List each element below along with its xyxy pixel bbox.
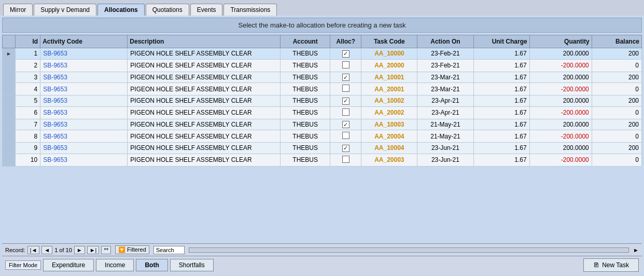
table-row[interactable]: 8 SB-9653 PIGEON HOLE SHELF ASSEMBLY CLE… xyxy=(3,130,642,143)
row-activity[interactable]: SB-9653 xyxy=(40,119,128,130)
row-alloc[interactable] xyxy=(330,130,361,143)
nav-new-button[interactable]: ** xyxy=(101,246,111,254)
both-button[interactable]: Both xyxy=(136,259,167,271)
table-row[interactable]: 9 SB-9653 PIGEON HOLE SHELF ASSEMBLY CLE… xyxy=(3,143,642,154)
row-description: PIGEON HOLE SHELF ASSEMBLY CLEAR xyxy=(128,95,281,107)
income-button[interactable]: Income xyxy=(96,259,134,271)
row-activity[interactable]: SB-9653 xyxy=(40,143,128,154)
row-alloc[interactable] xyxy=(330,143,361,154)
row-quantity: -200.0000 xyxy=(529,83,592,95)
activity-link[interactable]: SB-9653 xyxy=(43,144,67,151)
row-alloc[interactable] xyxy=(330,72,361,83)
tab-supply-v-demand[interactable]: Supply v Demand xyxy=(34,4,96,16)
alloc-checkbox[interactable] xyxy=(342,121,349,128)
row-taskcode[interactable]: AA_20003 xyxy=(361,154,417,166)
taskcode-value: AA_20001 xyxy=(374,86,404,93)
tab-quotations[interactable]: Quotations xyxy=(146,4,189,16)
alloc-checkbox[interactable] xyxy=(342,85,349,92)
row-unitcharge: 1.67 xyxy=(473,59,529,72)
table-row[interactable]: 2 SB-9653 PIGEON HOLE SHELF ASSEMBLY CLE… xyxy=(3,59,642,72)
table-row[interactable]: 6 SB-9653 PIGEON HOLE SHELF ASSEMBLY CLE… xyxy=(3,106,642,119)
row-balance: 200 xyxy=(592,119,641,130)
table-row[interactable]: 10 SB-9653 PIGEON HOLE SHELF ASSEMBLY CL… xyxy=(3,154,642,166)
row-alloc[interactable] xyxy=(330,119,361,130)
activity-link[interactable]: SB-9653 xyxy=(43,156,67,163)
row-taskcode[interactable]: AA_10004 xyxy=(361,143,417,154)
row-account: THEBUS xyxy=(281,106,330,119)
row-description: PIGEON HOLE SHELF ASSEMBLY CLEAR xyxy=(128,83,281,95)
col-header-id: Id xyxy=(16,35,40,48)
table-row[interactable]: 3 SB-9653 PIGEON HOLE SHELF ASSEMBLY CLE… xyxy=(3,72,642,83)
alloc-checkbox[interactable] xyxy=(342,108,349,116)
row-taskcode[interactable]: AA_10003 xyxy=(361,119,417,130)
row-activity[interactable]: SB-9653 xyxy=(40,72,128,83)
activity-link[interactable]: SB-9653 xyxy=(43,133,67,140)
shortfalls-button[interactable]: Shortfalls xyxy=(170,259,214,271)
row-activity[interactable]: SB-9653 xyxy=(40,130,128,143)
taskcode-value: AA_20000 xyxy=(374,62,404,69)
row-alloc[interactable] xyxy=(330,154,361,166)
status-bar: Record: |◄ ◄ 1 of 10 ► ►| ** 🔽 Filtered … xyxy=(2,243,642,256)
row-taskcode[interactable]: AA_10001 xyxy=(361,72,417,83)
expenditure-button[interactable]: Expenditure xyxy=(43,259,94,271)
row-taskcode[interactable]: AA_20001 xyxy=(361,83,417,95)
alloc-checkbox[interactable] xyxy=(342,74,349,81)
tabs-bar: Mirror Supply v Demand Allocations Quota… xyxy=(0,0,644,16)
nav-next-button[interactable]: ► xyxy=(74,246,85,254)
new-task-button[interactable]: 🖹 New Task xyxy=(583,258,639,272)
tab-transmissions[interactable]: Transmissions xyxy=(223,4,277,16)
row-selector xyxy=(3,72,16,83)
horizontal-scrollbar[interactable] xyxy=(189,247,629,253)
tab-mirror[interactable]: Mirror xyxy=(3,4,33,16)
taskcode-value: AA_10004 xyxy=(374,144,404,151)
activity-link[interactable]: SB-9653 xyxy=(43,97,67,104)
alloc-checkbox[interactable] xyxy=(342,50,349,58)
alloc-checkbox[interactable] xyxy=(342,145,349,152)
row-activity[interactable]: SB-9653 xyxy=(40,83,128,95)
row-selector xyxy=(3,143,16,154)
activity-link[interactable]: SB-9653 xyxy=(43,109,67,116)
row-alloc[interactable] xyxy=(330,106,361,119)
row-activity[interactable]: SB-9653 xyxy=(40,59,128,72)
row-activity[interactable]: SB-9653 xyxy=(40,154,128,166)
alloc-checkbox[interactable] xyxy=(342,98,349,105)
activity-link[interactable]: SB-9653 xyxy=(43,86,67,93)
activity-link[interactable]: SB-9653 xyxy=(43,74,67,81)
alloc-checkbox[interactable] xyxy=(342,156,349,163)
nav-last-button[interactable]: ►| xyxy=(87,246,100,254)
row-taskcode[interactable]: AA_20000 xyxy=(361,59,417,72)
tab-allocations[interactable]: Allocations xyxy=(97,4,145,16)
scroll-right-arrow[interactable]: ► xyxy=(633,247,639,253)
tab-events[interactable]: Events xyxy=(190,4,223,16)
row-account: THEBUS xyxy=(281,59,330,72)
row-id: 7 xyxy=(16,119,40,130)
search-input[interactable] xyxy=(153,246,185,254)
row-alloc[interactable] xyxy=(330,48,361,60)
row-balance: 200 xyxy=(592,143,641,154)
row-alloc[interactable] xyxy=(330,83,361,95)
table-row[interactable]: 4 SB-9653 PIGEON HOLE SHELF ASSEMBLY CLE… xyxy=(3,83,642,95)
row-activity[interactable]: SB-9653 xyxy=(40,48,128,60)
alloc-checkbox[interactable] xyxy=(342,61,349,68)
row-id: 2 xyxy=(16,59,40,72)
row-taskcode[interactable]: AA_20002 xyxy=(361,106,417,119)
activity-link[interactable]: SB-9653 xyxy=(43,121,67,128)
row-id: 9 xyxy=(16,143,40,154)
row-taskcode[interactable]: AA_10000 xyxy=(361,48,417,60)
row-alloc[interactable] xyxy=(330,59,361,72)
row-actionon: 23-Feb-21 xyxy=(417,48,473,60)
table-row[interactable]: 7 SB-9653 PIGEON HOLE SHELF ASSEMBLY CLE… xyxy=(3,119,642,130)
row-alloc[interactable] xyxy=(330,95,361,107)
row-activity[interactable]: SB-9653 xyxy=(40,106,128,119)
table-row[interactable]: 5 SB-9653 PIGEON HOLE SHELF ASSEMBLY CLE… xyxy=(3,95,642,107)
row-taskcode[interactable]: AA_10002 xyxy=(361,95,417,107)
table-row[interactable]: ► 1 SB-9653 PIGEON HOLE SHELF ASSEMBLY C… xyxy=(3,48,642,60)
alloc-checkbox[interactable] xyxy=(342,132,349,139)
activity-link[interactable]: SB-9653 xyxy=(43,50,67,57)
row-activity[interactable]: SB-9653 xyxy=(40,95,128,107)
row-taskcode[interactable]: AA_20004 xyxy=(361,130,417,143)
nav-first-button[interactable]: |◄ xyxy=(27,246,40,254)
activity-link[interactable]: SB-9653 xyxy=(43,62,67,69)
nav-prev-button[interactable]: ◄ xyxy=(41,246,52,254)
row-balance: 0 xyxy=(592,83,641,95)
